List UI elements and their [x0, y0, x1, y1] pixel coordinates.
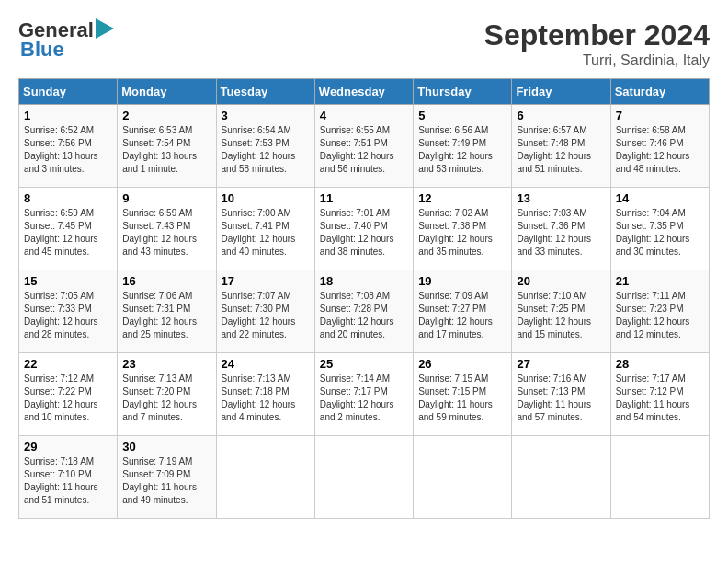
logo-blue-text: Blue: [20, 38, 64, 62]
day-info: Sunrise: 6:55 AMSunset: 7:51 PMDaylight:…: [320, 124, 408, 176]
day-number: 22: [24, 357, 112, 371]
day-number: 19: [418, 274, 506, 288]
calendar-cell: [414, 436, 512, 519]
calendar-cell: 14Sunrise: 7:04 AMSunset: 7:35 PMDayligh…: [610, 188, 709, 270]
day-number: 17: [222, 274, 310, 288]
svg-marker-0: [96, 18, 114, 39]
calendar-cell: [216, 436, 314, 519]
calendar-cell: 28Sunrise: 7:17 AMSunset: 7:12 PMDayligh…: [610, 353, 709, 436]
calendar-cell: 11Sunrise: 7:01 AMSunset: 7:40 PMDayligh…: [314, 188, 413, 270]
day-number: 10: [222, 191, 310, 205]
day-info: Sunrise: 7:17 AMSunset: 7:12 PMDaylight:…: [616, 373, 704, 424]
calendar-cell: 7Sunrise: 6:58 AMSunset: 7:46 PMDaylight…: [610, 105, 709, 188]
day-number: 14: [616, 191, 704, 205]
calendar-cell: 16Sunrise: 7:06 AMSunset: 7:31 PMDayligh…: [118, 270, 216, 353]
logo-arrow-icon: [96, 18, 114, 39]
day-info: Sunrise: 7:18 AMSunset: 7:10 PMDaylight:…: [24, 455, 112, 507]
day-info: Sunrise: 7:13 AMSunset: 7:20 PMDaylight:…: [122, 373, 210, 424]
day-number: 21: [616, 274, 704, 288]
day-number: 8: [24, 191, 112, 205]
calendar-cell: 18Sunrise: 7:08 AMSunset: 7:28 PMDayligh…: [314, 270, 413, 353]
day-number: 12: [418, 191, 506, 205]
day-number: 9: [122, 191, 210, 205]
day-number: 24: [222, 357, 310, 371]
day-number: 23: [122, 357, 210, 371]
day-number: 11: [320, 191, 408, 205]
day-info: Sunrise: 7:13 AMSunset: 7:18 PMDaylight:…: [222, 373, 310, 424]
calendar-cell: [512, 436, 610, 519]
day-info: Sunrise: 6:54 AMSunset: 7:53 PMDaylight:…: [222, 124, 310, 176]
calendar-cell: 26Sunrise: 7:15 AMSunset: 7:15 PMDayligh…: [414, 353, 512, 436]
calendar-cell: 6Sunrise: 6:57 AMSunset: 7:48 PMDaylight…: [512, 105, 610, 188]
calendar-cell: 8Sunrise: 6:59 AMSunset: 7:45 PMDaylight…: [19, 188, 118, 270]
col-thursday: Thursday: [414, 79, 512, 105]
day-number: 20: [517, 274, 605, 288]
calendar-cell: 13Sunrise: 7:03 AMSunset: 7:36 PMDayligh…: [512, 188, 610, 270]
day-info: Sunrise: 6:57 AMSunset: 7:48 PMDaylight:…: [517, 124, 605, 176]
calendar-cell: 22Sunrise: 7:12 AMSunset: 7:22 PMDayligh…: [19, 353, 118, 436]
day-info: Sunrise: 7:10 AMSunset: 7:25 PMDaylight:…: [517, 290, 605, 341]
day-number: 26: [418, 357, 506, 371]
calendar-cell: 4Sunrise: 6:55 AMSunset: 7:51 PMDaylight…: [314, 105, 413, 188]
day-info: Sunrise: 6:58 AMSunset: 7:46 PMDaylight:…: [616, 124, 704, 176]
calendar-cell: 24Sunrise: 7:13 AMSunset: 7:18 PMDayligh…: [216, 353, 314, 436]
day-info: Sunrise: 6:56 AMSunset: 7:49 PMDaylight:…: [418, 124, 506, 176]
day-info: Sunrise: 7:03 AMSunset: 7:36 PMDaylight:…: [517, 207, 605, 259]
calendar-cell: 21Sunrise: 7:11 AMSunset: 7:23 PMDayligh…: [610, 270, 709, 353]
calendar-cell: 3Sunrise: 6:54 AMSunset: 7:53 PMDaylight…: [216, 105, 314, 188]
calendar-week-row: 1Sunrise: 6:52 AMSunset: 7:56 PMDaylight…: [19, 105, 710, 188]
col-wednesday: Wednesday: [314, 79, 413, 105]
day-number: 25: [320, 357, 408, 371]
day-info: Sunrise: 7:11 AMSunset: 7:23 PMDaylight:…: [616, 290, 704, 341]
day-info: Sunrise: 7:15 AMSunset: 7:15 PMDaylight:…: [418, 373, 506, 424]
day-number: 16: [122, 274, 210, 288]
calendar-cell: 1Sunrise: 6:52 AMSunset: 7:56 PMDaylight…: [19, 105, 118, 188]
day-number: 5: [418, 109, 506, 122]
day-info: Sunrise: 7:09 AMSunset: 7:27 PMDaylight:…: [418, 290, 506, 341]
day-info: Sunrise: 7:12 AMSunset: 7:22 PMDaylight:…: [24, 373, 112, 424]
calendar-cell: 27Sunrise: 7:16 AMSunset: 7:13 PMDayligh…: [512, 353, 610, 436]
day-info: Sunrise: 7:01 AMSunset: 7:40 PMDaylight:…: [320, 207, 408, 259]
day-number: 28: [616, 357, 704, 371]
day-number: 2: [122, 109, 210, 122]
calendar-cell: 12Sunrise: 7:02 AMSunset: 7:38 PMDayligh…: [414, 188, 512, 270]
col-saturday: Saturday: [610, 79, 709, 105]
calendar-cell: 19Sunrise: 7:09 AMSunset: 7:27 PMDayligh…: [414, 270, 512, 353]
day-info: Sunrise: 7:16 AMSunset: 7:13 PMDaylight:…: [517, 373, 605, 424]
day-info: Sunrise: 6:59 AMSunset: 7:43 PMDaylight:…: [122, 207, 210, 259]
day-info: Sunrise: 7:05 AMSunset: 7:33 PMDaylight:…: [24, 290, 112, 341]
day-number: 4: [320, 109, 408, 122]
calendar-header-row: Sunday Monday Tuesday Wednesday Thursday…: [19, 79, 710, 105]
calendar-week-row: 8Sunrise: 6:59 AMSunset: 7:45 PMDaylight…: [19, 188, 710, 270]
day-info: Sunrise: 6:53 AMSunset: 7:54 PMDaylight:…: [122, 124, 210, 176]
col-tuesday: Tuesday: [216, 79, 314, 105]
calendar-week-row: 15Sunrise: 7:05 AMSunset: 7:33 PMDayligh…: [19, 270, 710, 353]
calendar-cell: 17Sunrise: 7:07 AMSunset: 7:30 PMDayligh…: [216, 270, 314, 353]
day-number: 13: [517, 191, 605, 205]
col-friday: Friday: [512, 79, 610, 105]
calendar-cell: 29Sunrise: 7:18 AMSunset: 7:10 PMDayligh…: [19, 436, 118, 519]
calendar-cell: 30Sunrise: 7:19 AMSunset: 7:09 PMDayligh…: [118, 436, 216, 519]
day-info: Sunrise: 6:59 AMSunset: 7:45 PMDaylight:…: [24, 207, 112, 259]
header: General Blue September 2024 Turri, Sardi…: [18, 18, 710, 69]
calendar-cell: 5Sunrise: 6:56 AMSunset: 7:49 PMDaylight…: [414, 105, 512, 188]
calendar-cell: 9Sunrise: 6:59 AMSunset: 7:43 PMDaylight…: [118, 188, 216, 270]
calendar-cell: 2Sunrise: 6:53 AMSunset: 7:54 PMDaylight…: [118, 105, 216, 188]
day-info: Sunrise: 7:00 AMSunset: 7:41 PMDaylight:…: [222, 207, 310, 259]
calendar-cell: 20Sunrise: 7:10 AMSunset: 7:25 PMDayligh…: [512, 270, 610, 353]
day-number: 7: [616, 109, 704, 122]
day-number: 27: [517, 357, 605, 371]
day-info: Sunrise: 7:06 AMSunset: 7:31 PMDaylight:…: [122, 290, 210, 341]
calendar-week-row: 29Sunrise: 7:18 AMSunset: 7:10 PMDayligh…: [19, 436, 710, 519]
day-number: 1: [24, 109, 112, 122]
calendar-table: Sunday Monday Tuesday Wednesday Thursday…: [18, 78, 710, 519]
day-number: 6: [517, 109, 605, 122]
location-title: Turri, Sardinia, Italy: [484, 52, 710, 69]
day-number: 3: [222, 109, 310, 122]
month-title: September 2024: [484, 18, 710, 52]
day-info: Sunrise: 7:04 AMSunset: 7:35 PMDaylight:…: [616, 207, 704, 259]
day-number: 15: [24, 274, 112, 288]
logo: General Blue: [18, 18, 114, 62]
day-number: 30: [122, 440, 210, 454]
calendar-cell: 15Sunrise: 7:05 AMSunset: 7:33 PMDayligh…: [19, 270, 118, 353]
